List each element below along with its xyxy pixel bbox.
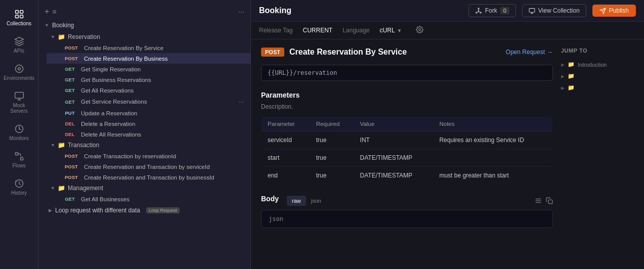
table-row: serviceIdtrueINTRequires an existing Ser… xyxy=(262,131,553,149)
col-parameter: Parameter xyxy=(262,117,310,131)
sidebar-item-collections[interactable]: Collections xyxy=(2,5,36,30)
nav-sidebar: + ≡ ··· ▼ Booking ▼ 📁 Reservation POST C… xyxy=(38,0,251,269)
doc-area: POST Create Reservation By Service Open … xyxy=(251,39,644,269)
fork-button[interactable]: Fork 0 xyxy=(468,4,516,17)
method-badge-post: POST xyxy=(63,153,80,159)
endpoint-create-transaction-reservation[interactable]: POST Create Transaction by reservationId xyxy=(47,151,250,161)
endpoint-get-all-businesses[interactable]: GET Get All Businesses xyxy=(47,194,250,204)
endpoint-create-reservation-transaction-service[interactable]: POST Create Reservation and Transaction … xyxy=(47,161,250,172)
management-folder-icon: 📁 xyxy=(58,185,65,192)
table-row: starttrueDATE/TIMESTAMP xyxy=(262,149,553,167)
reservation-chevron-icon: ▼ xyxy=(51,34,55,39)
col-value: Value xyxy=(354,117,434,131)
endpoint-more-icon[interactable]: ··· xyxy=(238,98,244,106)
reservation-folder-group: ▼ 📁 Reservation POST Create Reservation … xyxy=(38,31,250,140)
jump-folder-icon-2: 📁 xyxy=(568,73,575,79)
endpoint-title: POST Create Reservation By Service xyxy=(261,48,407,57)
svg-point-11 xyxy=(478,8,479,9)
svg-point-15 xyxy=(419,29,421,31)
endpoint-delete-all-reservations[interactable]: DEL Delete All Reservations xyxy=(47,129,250,140)
post-method-badge: POST xyxy=(261,48,284,57)
reservation-folder-header[interactable]: ▼ 📁 Reservation xyxy=(42,31,250,42)
open-request-link[interactable]: Open Request → xyxy=(506,49,553,56)
add-collection-icon[interactable]: + xyxy=(45,7,49,16)
sidebar-item-history[interactable]: History xyxy=(2,174,36,200)
svg-rect-1 xyxy=(20,11,23,14)
fork-count: 0 xyxy=(500,7,509,14)
sidebar-item-monitors[interactable]: Monitors xyxy=(2,120,36,145)
sidebar-item-apis[interactable]: APIs xyxy=(2,32,36,58)
endpoint-get-single-reservation[interactable]: GET Get Single Reservation xyxy=(47,64,250,74)
release-tag-label: Release Tag xyxy=(259,27,293,34)
language-selector[interactable]: cURL ▼ xyxy=(380,27,402,34)
jump-chevron-icon: ▶ xyxy=(561,62,565,67)
loop-chevron-icon: ▶ xyxy=(49,208,52,213)
jump-item-introduction[interactable]: ▶ 📁 Introduction xyxy=(561,59,634,70)
endpoint-update-reservation[interactable]: PUT Update a Reservation xyxy=(47,108,250,118)
svg-rect-14 xyxy=(529,8,535,12)
transaction-folder-header[interactable]: ▼ 📁 Transaction xyxy=(42,140,250,151)
jump-folder-icon-3: 📁 xyxy=(568,84,575,91)
svg-rect-3 xyxy=(20,15,23,18)
management-endpoints: GET Get All Businesses xyxy=(42,194,250,204)
body-options-icon[interactable] xyxy=(535,197,542,204)
svg-rect-6 xyxy=(15,93,23,99)
reservation-folder-icon: 📁 xyxy=(58,33,65,40)
endpoint-get-all-reservations[interactable]: GET Get All Reservations xyxy=(47,85,250,96)
method-badge-post: POST xyxy=(63,174,80,181)
table-row: endtrueDATE/TIMESTAMPmust be greater tha… xyxy=(262,167,553,185)
view-collection-button[interactable]: View Collection xyxy=(522,4,586,17)
endpoint-create-reservation-service[interactable]: POST Create Reservation By Service xyxy=(47,42,250,53)
jump-chevron-icon-3: ▶ xyxy=(561,85,565,91)
endpoint-delete-reservation[interactable]: DEL Delete a Reservation xyxy=(47,118,250,129)
endpoint-create-reservation-business[interactable]: POST Create Reservation By Business xyxy=(47,53,250,64)
method-badge-get: GET xyxy=(63,87,77,94)
jump-item-2[interactable]: ▶ 📁 xyxy=(561,70,634,82)
body-tabs: raw json xyxy=(287,196,326,206)
jump-to-title: JUMP TO xyxy=(561,48,634,54)
management-folder-header[interactable]: ▼ 📁 Management xyxy=(42,183,250,194)
filter-icon[interactable]: ≡ xyxy=(52,8,56,16)
publish-button[interactable]: Publish xyxy=(592,5,636,17)
endpoint-get-business-reservations[interactable]: GET Get Business Reservations xyxy=(47,74,250,85)
nav-more-icon[interactable]: ··· xyxy=(238,8,244,16)
svg-point-5 xyxy=(15,65,23,73)
loop-request-header[interactable]: ▶ Loop request with different data Loop … xyxy=(38,204,250,216)
jump-chevron-icon-2: ▶ xyxy=(561,74,565,79)
settings-icon[interactable] xyxy=(416,26,423,35)
body-tab-json[interactable]: json xyxy=(306,196,326,206)
booking-section-header[interactable]: ▼ Booking xyxy=(38,19,250,31)
endpoint-create-reservation-transaction-business[interactable]: POST Create Reservation and Transaction … xyxy=(47,172,250,183)
body-copy-icon[interactable] xyxy=(546,197,553,204)
sidebar-item-mock-servers[interactable]: Mock Servers xyxy=(2,87,36,118)
doc-main: POST Create Reservation By Service Open … xyxy=(261,48,553,261)
page-title: Booking xyxy=(259,6,291,15)
parameters-desc: Description. xyxy=(261,103,553,110)
parameters-title: Parameters xyxy=(261,91,553,99)
sidebar-item-flows[interactable]: Flows xyxy=(2,147,36,172)
col-required: Required xyxy=(310,117,354,131)
endpoint-get-service-reservations[interactable]: GET Get Service Reservations ··· xyxy=(47,96,250,108)
management-folder-group: ▼ 📁 Management GET Get All Businesses xyxy=(38,183,250,204)
svg-point-13 xyxy=(480,12,481,13)
svg-rect-9 xyxy=(20,158,23,160)
tag-bar: Release Tag CURRENT Language cURL ▼ xyxy=(251,22,644,39)
transaction-folder-icon: 📁 xyxy=(58,142,65,149)
sidebar-item-environments[interactable]: Environments xyxy=(2,60,36,85)
jump-item-3[interactable]: ▶ 📁 xyxy=(561,82,634,94)
body-tab-raw[interactable]: raw xyxy=(287,196,306,206)
language-value: cURL xyxy=(380,27,395,34)
method-badge-del: DEL xyxy=(63,131,77,138)
svg-rect-8 xyxy=(15,153,18,155)
reservation-endpoints: POST Create Reservation By Service POST … xyxy=(42,42,250,140)
svg-rect-0 xyxy=(15,11,18,14)
language-label: Language xyxy=(342,27,369,34)
loop-tag: Loop Request xyxy=(146,207,180,213)
header-actions: Fork 0 View Collection Publish xyxy=(468,4,636,17)
parameters-table: Parameter Required Value Notes serviceId… xyxy=(261,116,553,185)
svg-point-12 xyxy=(476,12,477,13)
method-badge-get: GET xyxy=(63,99,77,105)
svg-point-4 xyxy=(18,68,20,70)
method-badge-post: POST xyxy=(63,163,80,170)
lang-chevron-icon: ▼ xyxy=(397,28,402,33)
